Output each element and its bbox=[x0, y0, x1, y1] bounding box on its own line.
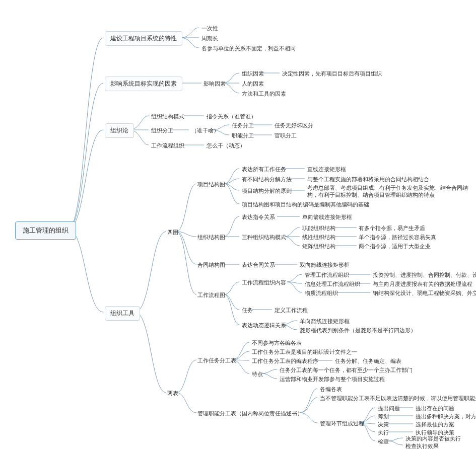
leaf: 表达合同关系 bbox=[241, 261, 276, 269]
leaf: 执行 bbox=[377, 428, 390, 437]
leaf: 工作流程组织内容 bbox=[241, 278, 287, 287]
leaf: 管理工作流程组织 bbox=[304, 271, 350, 279]
leaf-note: 直线连接矩形框 bbox=[306, 165, 347, 174]
leaf: 一次性 bbox=[200, 24, 219, 33]
leaf: 周期长 bbox=[200, 34, 219, 43]
leaf: 运营部和物业开发部参与整个项目实施过程 bbox=[279, 375, 386, 384]
leaf: 项目结构分解的原则 bbox=[241, 187, 293, 195]
leaf: 工作流程组织 bbox=[150, 141, 185, 150]
leaf: 管理环节组成过程 bbox=[319, 419, 365, 428]
leaf: 单向箭线连接矩形框 bbox=[299, 317, 351, 326]
node-contract-structure[interactable]: 合同结构图 bbox=[196, 261, 226, 269]
group-four-diagrams[interactable]: 四图 bbox=[166, 228, 179, 237]
leaf: 三种组织结构模式 bbox=[241, 233, 287, 242]
leaf-note: 指令关系（谁管谁） bbox=[206, 112, 257, 121]
leaf-note: 任务分解、任务确定、编表 bbox=[334, 357, 402, 365]
leaf: 任务 bbox=[241, 306, 254, 315]
group-two-tables[interactable]: 两表 bbox=[166, 389, 179, 398]
leaf-note: 单个指令源，路径过长容易失真 bbox=[358, 233, 437, 242]
leaf: 任务分工表的每一个任务，都有至少一个主办工作部门 bbox=[279, 366, 414, 375]
root-node[interactable]: 施工管理的组织 bbox=[15, 221, 76, 240]
leaf-note: 官职分工 bbox=[274, 131, 298, 140]
leaf: 表达动态逻辑关系 bbox=[241, 321, 287, 330]
leaf: 组织因素 bbox=[241, 69, 265, 78]
leaf-note: 提出存在的问题 bbox=[415, 404, 455, 413]
leaf-note: 选择最佳的方案 bbox=[415, 420, 455, 429]
node-workflow[interactable]: 工作流程图 bbox=[196, 291, 226, 300]
leaf-note: 提出多种解决方案，对方案进行比较 bbox=[415, 412, 476, 421]
leaf: 方法和工具的因素 bbox=[241, 90, 287, 98]
leaf: 矩阵组织结构 bbox=[301, 242, 336, 251]
leaf: 职能组织结构 bbox=[301, 224, 336, 233]
leaf-note: 决定性因素，先有项目目标后有项目组织 bbox=[281, 69, 383, 78]
leaf: 各参与单位的关系不固定，利益不相同 bbox=[200, 44, 297, 53]
leaf: 物质流程组织 bbox=[304, 289, 339, 297]
leaf: 任务分工 bbox=[231, 121, 255, 130]
branch-organization-tools[interactable]: 组织工具 bbox=[105, 306, 140, 321]
leaf: 表达所有工作任务 bbox=[241, 165, 287, 174]
leaf-note: 投资控制、进度控制、合同控制、付款、设计变更、 bbox=[372, 271, 476, 279]
leaf: 当不管理职能分工表不足以表达清楚的时候，请以使用管理职能分工描述书 bbox=[319, 394, 476, 403]
leaf: 工作任务分工表是项目的组织设计文件之一 bbox=[251, 348, 358, 356]
leaf-note: 考虑总部署、考虑项目组成、有利于任务发包及实施、结合合同结构，有利于目标控制、结… bbox=[306, 184, 472, 199]
leaf-note: 两个指令源，适用于大型企业 bbox=[358, 242, 432, 251]
leaf-note: 任务无好坏区分 bbox=[274, 121, 314, 130]
leaf: 人的因素 bbox=[241, 80, 265, 88]
node-org-structure[interactable]: 组织结构图 bbox=[196, 233, 226, 242]
leaf: 决策 bbox=[377, 420, 390, 429]
leaf-note: 钢结构深化设计、弱电工程物资采购、外立面施工 bbox=[372, 289, 476, 297]
leaf: 表达指令关系 bbox=[241, 213, 276, 221]
branch-organization-theory[interactable]: 组织论 bbox=[105, 123, 134, 138]
leaf: 线性组织结构 bbox=[301, 233, 336, 242]
leaf-note: 怎么干（动态） bbox=[206, 141, 246, 150]
leaf-note: （谁干啥） bbox=[190, 126, 220, 135]
leaf: 筹划 bbox=[377, 412, 390, 421]
leaf: 各编各表 bbox=[319, 385, 343, 394]
leaf: 信息处理工作流程组织 bbox=[304, 280, 361, 288]
node-project-structure[interactable]: 项目结构图 bbox=[196, 180, 226, 189]
leaf-note: 与整个工程实施的部署和将采用的合同结构相结合 bbox=[306, 175, 430, 184]
node-mgmt-function[interactable]: 管理职能分工表（国内称岗位责任描述书） bbox=[196, 409, 304, 418]
leaf-note: 有多个指令源，易产生矛盾 bbox=[358, 224, 426, 233]
node-task-assignment[interactable]: 工作任务分工表 bbox=[196, 356, 237, 365]
leaf-note: 定义工作流程 bbox=[274, 306, 309, 315]
leaf: 项目结构图和项目结构的编码是编制其他编码的基础 bbox=[241, 200, 370, 209]
leaf: 菱形框代表判别条件（是菱形不是平行四边形） bbox=[299, 326, 417, 335]
leaf-note: 与主向月度进度报表有关的数据处理流程 bbox=[372, 280, 473, 288]
leaf-note: 单向箭线连接矩形框 bbox=[301, 213, 353, 221]
leaf: 有不同结构分解方法 bbox=[241, 175, 293, 184]
leaf: 检查 bbox=[377, 437, 390, 446]
branch-factors[interactable]: 影响系统目标实现的因素 bbox=[105, 77, 182, 91]
leaf: 提出问题 bbox=[377, 404, 401, 413]
leaf-note: 双向箭线连接矩形框 bbox=[299, 261, 351, 269]
leaf: 检查执行效果 bbox=[404, 442, 440, 449]
leaf: 组织结构模式 bbox=[150, 112, 185, 121]
leaf: 职能分工 bbox=[231, 131, 255, 140]
leaf: 特点 bbox=[251, 370, 264, 379]
leaf: 组织分工 bbox=[150, 126, 174, 135]
leaf: 不同参与方各编各表 bbox=[251, 339, 303, 347]
branch-characteristics[interactable]: 建设工程项目系统的特性 bbox=[105, 31, 182, 46]
mid-factors: 影响因素 bbox=[202, 80, 227, 88]
leaf: 工作任务分工表的编表程序 bbox=[251, 357, 319, 365]
